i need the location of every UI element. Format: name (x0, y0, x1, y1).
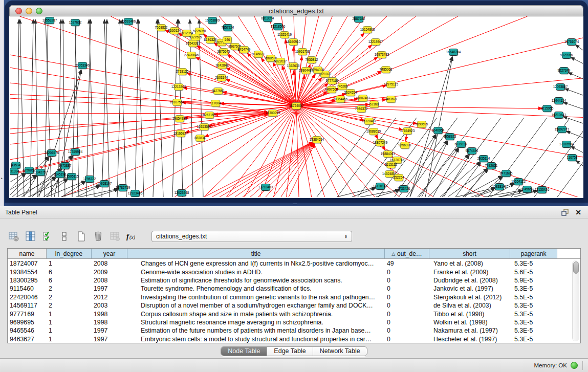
graph-node[interactable]: 7485063 (380, 67, 393, 74)
graph-node[interactable]: 10553287 (42, 17, 57, 25)
graph-node[interactable]: 12219367 (368, 39, 383, 46)
graph-node[interactable]: 10688639 (366, 128, 381, 136)
table-mode-icon[interactable] (7, 230, 20, 243)
graph-node[interactable]: 6879197 (455, 141, 468, 148)
graph-node[interactable]: 11325419 (277, 32, 292, 39)
graph-node[interactable]: 18640910 (286, 39, 301, 46)
graph-node[interactable]: 9242848 (216, 62, 229, 70)
graph-node[interactable]: 8660124 (168, 28, 181, 35)
graph-node[interactable]: 1640954 (432, 127, 445, 135)
graph-node[interactable]: 9474444 (466, 148, 478, 155)
graph-node[interactable]: 15353594 (197, 124, 212, 131)
graph-node[interactable]: 331334 (10, 168, 19, 176)
vertical-scrollbar[interactable] (572, 260, 579, 341)
column-header-pagerank[interactable]: pagerank (510, 249, 557, 258)
scrollbar-thumb[interactable] (573, 261, 579, 274)
close-icon[interactable]: ✕ (574, 208, 583, 217)
column-header-name[interactable]: name (8, 249, 47, 258)
graph-node[interactable]: 19218506 (271, 24, 286, 31)
graph-node[interactable]: 7663822 (155, 25, 168, 32)
graph-node[interactable]: 9245652 (521, 186, 534, 193)
graph-node[interactable]: 3624554 (344, 90, 357, 97)
graph-node[interactable]: 16053809 (205, 17, 220, 25)
graph-node[interactable]: 8267150 (203, 112, 216, 119)
graph-node[interactable]: 887834 (194, 135, 206, 142)
table-row[interactable]: 1456911722003Disruption of a novel membe… (8, 301, 570, 310)
close-window-button[interactable] (15, 8, 22, 14)
float-window-icon[interactable] (560, 208, 570, 217)
column-visibility-icon[interactable] (24, 230, 37, 243)
graph-node[interactable]: 1527602 (69, 19, 82, 27)
graph-node[interactable]: 9756928 (399, 142, 411, 149)
graph-node[interactable]: 20691406 (121, 18, 136, 26)
graph-node[interactable]: 2603144 (215, 75, 228, 82)
column-header-title[interactable]: title (127, 249, 385, 258)
graph-node[interactable]: 10807487 (356, 95, 371, 102)
table-row[interactable]: 969969511998Structural magnetic resonanc… (8, 318, 570, 326)
table-row[interactable]: 911546021997Tourette syndrome. Phenomeno… (8, 285, 570, 293)
graph-node[interactable]: 20053346 (75, 62, 90, 70)
horizontal-splitter[interactable] (0, 203, 588, 206)
graph-node[interactable]: 16154808 (360, 27, 375, 34)
graph-node[interactable]: 13505115 (64, 173, 79, 181)
graph-node[interactable]: 16961758 (295, 49, 310, 56)
graph-node[interactable]: 16782759 (116, 185, 130, 192)
table-row[interactable]: 2242004622012Investigating the contribut… (8, 293, 570, 301)
panel-collapse-arrow[interactable]: ‣ (1, 177, 3, 181)
graph-node[interactable]: 22420046 (184, 52, 199, 59)
graph-node[interactable]: 9699695 (416, 121, 428, 128)
graph-node[interactable]: 15751074 (564, 39, 579, 46)
graph-node[interactable]: 1362615 (287, 63, 300, 70)
function-builder-icon[interactable]: f(x) (125, 230, 139, 243)
graph-node[interactable]: 13718483 (258, 184, 273, 191)
graph-node[interactable]: 15720407 (362, 118, 377, 125)
graph-node[interactable]: 8958923 (444, 134, 456, 141)
graph-node[interactable]: 62160 (369, 101, 379, 108)
graph-node[interactable]: 12213364 (171, 84, 186, 91)
graph-node[interactable]: 14136141 (373, 183, 388, 190)
graph-node[interactable]: 8813054 (262, 16, 274, 23)
graph-node[interactable]: 252254 (393, 174, 404, 182)
minimize-window-button[interactable] (26, 8, 32, 14)
graph-node[interactable]: 16648784 (446, 49, 461, 56)
graph-node[interactable]: 7986372 (355, 106, 368, 113)
tab-edge-table[interactable]: Edge Table (267, 347, 312, 356)
tab-network-table[interactable]: Network Table (313, 347, 367, 356)
graph-node[interactable]: 546 (223, 37, 232, 44)
graph-node[interactable]: 8454749 (238, 47, 251, 54)
graph-node[interactable]: 6794028 (312, 67, 324, 74)
graph-node[interactable]: 746266 (337, 83, 348, 91)
column-header-in_degree[interactable]: in_degree (47, 249, 92, 258)
graph-node[interactable]: 10958107 (97, 181, 112, 188)
column-header-short[interactable]: short (429, 249, 510, 258)
graph-node[interactable]: 12093887 (553, 84, 568, 91)
table-row[interactable]: 977716911998Corpus callosum shape and si… (8, 310, 570, 318)
graph-node[interactable]: 1615132 (385, 162, 398, 169)
tab-node-table[interactable]: Node Table (221, 347, 267, 356)
network-window-titlebar[interactable]: citations_edges.txt (9, 5, 583, 16)
graph-node[interactable]: 8215955 (541, 105, 554, 113)
graph-node[interactable]: 117004 (210, 100, 221, 107)
clear-selection-icon[interactable] (58, 230, 71, 243)
graph-node[interactable]: 9329966 (560, 52, 573, 59)
table-row[interactable]: 1872400712008Changes of HCN gene express… (8, 259, 570, 268)
graph-node[interactable]: 1733426 (398, 186, 410, 193)
graph-node[interactable]: 2887682 (353, 16, 365, 23)
graph-node[interactable]: 5822037 (274, 58, 287, 65)
graph-node[interactable]: 8427552 (212, 88, 225, 95)
graph-node[interactable]: 2718126 (176, 69, 189, 76)
memory-status-indicator[interactable] (571, 362, 578, 369)
select-all-icon[interactable] (41, 230, 54, 243)
delete-column-icon[interactable] (92, 230, 105, 243)
table-row[interactable]: 1938455462009Genome-wide association stu… (8, 268, 570, 276)
column-header-year[interactable]: year (92, 249, 127, 258)
graph-node[interactable]: 16210643 (552, 112, 567, 119)
network-canvas[interactable]: 1055328715276022069140616053809785722488… (10, 16, 583, 197)
zoom-window-button[interactable] (36, 8, 42, 14)
graph-node[interactable]: 15692971 (555, 126, 570, 134)
graph-node[interactable]: 12444154 (552, 98, 567, 105)
graph-node[interactable]: 2935114 (477, 156, 490, 163)
graph-node[interactable]: 8471676 (500, 170, 513, 178)
graph-node[interactable]: 17133426 (535, 187, 550, 194)
graph-node[interactable]: 18107554 (170, 99, 185, 106)
